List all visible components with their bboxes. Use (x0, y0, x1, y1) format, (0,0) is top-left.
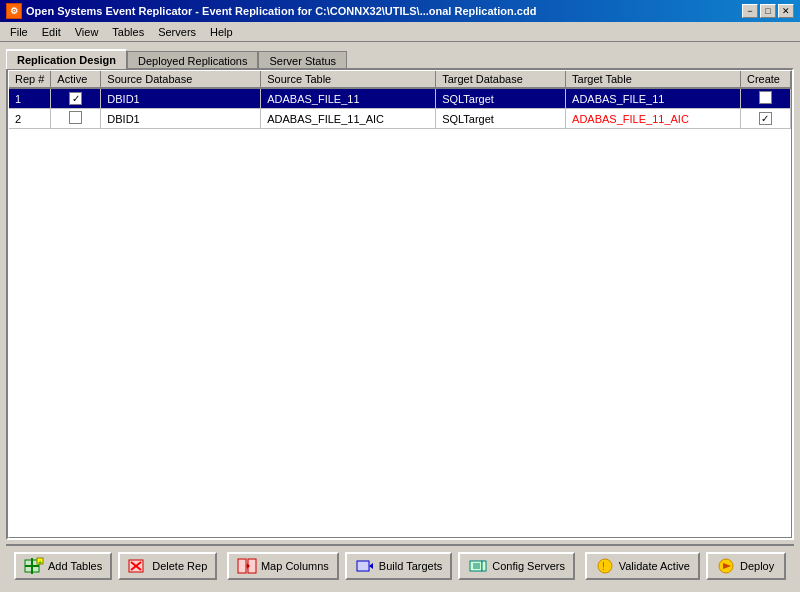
tab-bar: Replication Design Deployed Replications… (6, 48, 794, 68)
cell-tgt-table-0: ADABAS_FILE_11 (566, 88, 741, 109)
cell-tgt-table-1: ADABAS_FILE_11_AIC (566, 109, 741, 129)
active-checkbox-1[interactable] (69, 111, 82, 124)
svg-rect-15 (482, 561, 486, 571)
cell-src-db-1: DBID1 (101, 109, 261, 129)
cell-active-0[interactable] (51, 88, 101, 109)
table-row[interactable]: 1DBID1ADABAS_FILE_11SQLTargetADABAS_FILE… (9, 88, 791, 109)
title-bar-controls: − □ ✕ (742, 4, 794, 18)
add-tables-button[interactable]: + Add Tables (14, 552, 112, 580)
delete-rep-icon (128, 557, 148, 575)
cell-create-0[interactable] (740, 88, 790, 109)
col-header-tgt-tbl: Target Table (566, 71, 741, 88)
create-checkbox-1[interactable] (759, 112, 772, 125)
active-checkbox-0[interactable] (69, 92, 82, 105)
add-tables-label: Add Tables (48, 560, 102, 572)
minimize-button[interactable]: − (742, 4, 758, 18)
col-header-src-db: Source Database (101, 71, 261, 88)
add-tables-icon: + (24, 557, 44, 575)
cell-tgt-db-1: SQLTarget (436, 109, 566, 129)
cell-src-db-0: DBID1 (101, 88, 261, 109)
close-button[interactable]: ✕ (778, 4, 794, 18)
col-header-active: Active (51, 71, 101, 88)
content-area: Rep # Active Source Database Source Tabl… (6, 68, 794, 540)
validate-active-icon: ! (595, 557, 615, 575)
build-targets-button[interactable]: Build Targets (345, 552, 452, 580)
title-bar: ⚙ Open Systems Event Replicator - Event … (0, 0, 800, 22)
config-servers-button[interactable]: Config Servers (458, 552, 575, 580)
menu-view[interactable]: View (69, 24, 105, 40)
validate-active-label: Validate Active (619, 560, 690, 572)
menu-bar: File Edit View Tables Servers Help (0, 22, 800, 42)
table-row[interactable]: 2DBID1ADABAS_FILE_11_AICSQLTargetADABAS_… (9, 109, 791, 129)
menu-tables[interactable]: Tables (106, 24, 150, 40)
cell-active-1[interactable] (51, 109, 101, 129)
cell-rep-1: 2 (9, 109, 51, 129)
toolbar-left: + Add Tables Delete Rep (14, 552, 217, 580)
app-icon: ⚙ (6, 3, 22, 19)
svg-marker-13 (369, 563, 373, 569)
validate-active-button[interactable]: ! Validate Active (585, 552, 700, 580)
menu-servers[interactable]: Servers (152, 24, 202, 40)
delete-rep-button[interactable]: Delete Rep (118, 552, 217, 580)
build-targets-icon (355, 557, 375, 575)
cell-create-1[interactable] (740, 109, 790, 129)
toolbar-center: Map Columns Build Targets (227, 552, 575, 580)
deploy-label: Deploy (740, 560, 774, 572)
svg-text:!: ! (602, 561, 605, 572)
col-header-create: Create (740, 71, 790, 88)
col-header-rep: Rep # (9, 71, 51, 88)
menu-file[interactable]: File (4, 24, 34, 40)
tab-replication-design[interactable]: Replication Design (6, 49, 127, 69)
cell-tgt-db-0: SQLTarget (436, 88, 566, 109)
svg-rect-12 (357, 561, 369, 571)
map-columns-icon (237, 557, 257, 575)
svg-rect-8 (238, 559, 246, 573)
replication-table: Rep # Active Source Database Source Tabl… (9, 71, 791, 129)
toolbar-right: ! Validate Active Deploy (585, 552, 786, 580)
map-columns-button[interactable]: Map Columns (227, 552, 339, 580)
delete-rep-label: Delete Rep (152, 560, 207, 572)
col-header-src-tbl: Source Table (261, 71, 436, 88)
maximize-button[interactable]: □ (760, 4, 776, 18)
title-bar-left: ⚙ Open Systems Event Replicator - Event … (6, 3, 536, 19)
svg-text:+: + (38, 559, 42, 566)
build-targets-label: Build Targets (379, 560, 442, 572)
config-servers-icon (468, 557, 488, 575)
content-inner: Rep # Active Source Database Source Tabl… (8, 70, 792, 538)
menu-help[interactable]: Help (204, 24, 239, 40)
col-header-tgt-db: Target Database (436, 71, 566, 88)
create-checkbox-0[interactable] (759, 91, 772, 104)
deploy-button[interactable]: Deploy (706, 552, 786, 580)
main-container: Replication Design Deployed Replications… (0, 42, 800, 592)
cell-src-table-0: ADABAS_FILE_11 (261, 88, 436, 109)
menu-edit[interactable]: Edit (36, 24, 67, 40)
svg-point-19 (598, 559, 612, 573)
cell-src-table-1: ADABAS_FILE_11_AIC (261, 109, 436, 129)
config-servers-label: Config Servers (492, 560, 565, 572)
map-columns-label: Map Columns (261, 560, 329, 572)
title-bar-text: Open Systems Event Replicator - Event Re… (26, 5, 536, 17)
cell-rep-0: 1 (9, 88, 51, 109)
deploy-icon (716, 557, 736, 575)
bottom-toolbar: + Add Tables Delete Rep (6, 544, 794, 586)
